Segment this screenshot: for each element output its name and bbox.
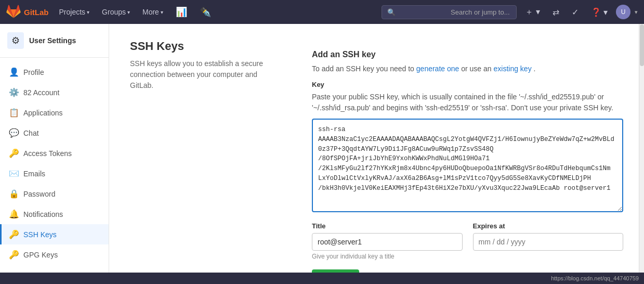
sidebar-title: User Settings	[29, 36, 76, 45]
applications-icon: 📋	[9, 108, 18, 118]
desc-prefix: To add an SSH key you need to	[312, 64, 416, 73]
todo-icon[interactable]: ✓	[568, 5, 583, 19]
sidebar-item-label: Notifications	[23, 210, 63, 218]
emails-icon: ✉️	[9, 169, 18, 178]
sidebar-item-emails[interactable]: ✉️ Emails	[0, 163, 109, 184]
avatar-chevron-icon: ▾	[635, 9, 638, 16]
title-label: Title	[312, 222, 463, 230]
key-description: Paste your public SSH key, which is usua…	[312, 92, 623, 113]
account-icon: ⚙️	[9, 87, 18, 97]
form-column: Add an SSH key To add an SSH key you nee…	[312, 40, 623, 284]
add-section-desc: To add an SSH key you need to generate o…	[312, 63, 623, 74]
expires-label: Expires at	[473, 222, 624, 230]
gitlab-logo[interactable]: GitLab	[6, 5, 49, 19]
title-expires-row: Title Give your individual key a title E…	[312, 222, 623, 260]
profile-icon: 👤	[9, 67, 18, 77]
create-new-icon[interactable]: ＋ ▾	[521, 5, 544, 20]
desc-suffix: .	[534, 64, 536, 73]
sidebar-item-password[interactable]: 🔒 Password	[0, 184, 109, 204]
key-field-group: Key Paste your public SSH key, which is …	[312, 81, 623, 214]
search-placeholder: Search or jump to...	[451, 8, 511, 16]
access-tokens-icon: 🔑	[9, 148, 18, 158]
chevron-down-icon: ▾	[127, 9, 130, 15]
sidebar-item-label: Profile	[23, 68, 44, 76]
expires-input[interactable]	[473, 233, 624, 251]
merge-request-icon[interactable]: ⇄	[548, 5, 563, 19]
sidebar-header: ⚙ User Settings	[0, 24, 109, 58]
page-subtitle: SSH keys allow you to establish a secure…	[130, 58, 281, 91]
chevron-down-icon: ▾	[87, 9, 89, 15]
password-icon: 🔒	[9, 189, 18, 199]
search-icon: 🔍	[387, 8, 448, 16]
title-field-group: Title Give your individual key a title	[312, 222, 463, 260]
sidebar-item-label: GPG Keys	[23, 251, 58, 259]
sidebar-item-label: Applications	[23, 109, 63, 117]
sidebar-item-account[interactable]: ⚙️ 82 Account	[0, 82, 109, 102]
expires-field-group: Expires at	[473, 222, 624, 260]
chat-icon: 💬	[9, 128, 18, 138]
search-bar[interactable]: 🔍 Search or jump to...	[382, 5, 517, 19]
sidebar-item-gpg-keys[interactable]: 🔑 GPG Keys	[0, 244, 109, 265]
status-bar: https://blog.csdn.net/qq_44740759	[0, 273, 644, 284]
nav-projects[interactable]: Projects ▾	[55, 6, 94, 18]
sidebar-nav: 👤 Profile ⚙️ 82 Account 📋 Applications 💬…	[0, 58, 109, 273]
add-section-title: Add an SSH key	[312, 50, 623, 59]
sidebar-item-label: Password	[23, 190, 55, 198]
title-input[interactable]	[312, 233, 463, 251]
status-url: https://blog.csdn.net/qq_44740759	[551, 275, 639, 281]
sidebar-item-notifications[interactable]: 🔔 Notifications	[0, 204, 109, 224]
key-label: Key	[312, 81, 623, 88]
code-snippets-icon[interactable]: ✒️	[195, 4, 215, 20]
sidebar-item-label: Emails	[23, 170, 45, 178]
sidebar-item-profile[interactable]: 👤 Profile	[0, 62, 109, 82]
page-title: SSH Keys	[130, 40, 281, 53]
nav-groups[interactable]: Groups ▾	[98, 6, 134, 18]
user-settings-icon: ⚙	[7, 32, 24, 49]
sidebar-item-label: SSH Keys	[23, 230, 57, 239]
sidebar-item-applications[interactable]: 📋 Applications	[0, 102, 109, 123]
user-avatar[interactable]: U	[616, 5, 630, 19]
gpg-keys-icon: 🔑	[9, 250, 18, 260]
help-icon[interactable]: ❓ ▾	[587, 5, 612, 19]
top-navigation: GitLab Projects ▾ Groups ▾ More ▾ 📊 ✒️ 🔍…	[0, 0, 644, 24]
scroll-thumb[interactable]	[640, 24, 644, 66]
notifications-icon: 🔔	[9, 209, 18, 219]
scrollbar[interactable]	[639, 24, 644, 284]
activity-chart-icon[interactable]: 📊	[172, 4, 191, 20]
key-textarea[interactable]	[312, 119, 623, 212]
sidebar: ⚙ User Settings 👤 Profile ⚙️ 82 Account …	[0, 24, 109, 284]
nav-more[interactable]: More ▾	[138, 6, 167, 18]
desc-middle: or use an	[461, 64, 493, 73]
sidebar-item-ssh-keys[interactable]: 🔑 SSH Keys	[0, 224, 109, 244]
sidebar-item-label: Chat	[23, 129, 39, 137]
sidebar-item-chat[interactable]: 💬 Chat	[0, 123, 109, 143]
left-column: SSH Keys SSH keys allow you to establish…	[130, 40, 281, 104]
sidebar-item-label: Access Tokens	[23, 149, 72, 158]
sidebar-item-access-tokens[interactable]: 🔑 Access Tokens	[0, 143, 109, 163]
brand-name: GitLab	[24, 8, 49, 17]
generate-one-link[interactable]: generate one	[416, 64, 459, 73]
chevron-down-icon: ▾	[161, 9, 163, 15]
existing-key-link[interactable]: existing key	[494, 64, 532, 73]
title-hint: Give your individual key a title	[312, 253, 463, 260]
ssh-keys-icon: 🔑	[9, 229, 18, 239]
main-content: SSH Keys SSH keys allow you to establish…	[109, 24, 644, 284]
sidebar-item-label: 82 Account	[23, 88, 59, 97]
